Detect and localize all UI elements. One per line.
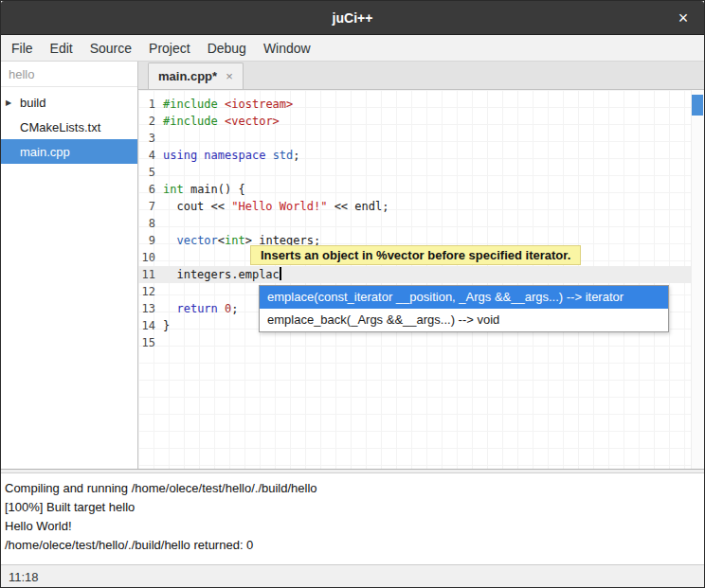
menu-item-debug[interactable]: Debug — [199, 37, 255, 60]
code-token: cout << — [163, 200, 231, 213]
titlebar[interactable]: juCi++ × — [1, 1, 704, 35]
text-cursor — [280, 267, 281, 280]
code-token: int — [163, 183, 184, 196]
doc-tooltip: Inserts an object in %vector before spec… — [250, 245, 581, 265]
code-token: std — [273, 149, 294, 162]
code-token: #include — [163, 115, 218, 128]
window-title: juCi++ — [333, 10, 373, 26]
completion-item-1[interactable]: emplace_back(_Args &&__args...) --> void — [260, 309, 668, 331]
sidebar: hello ▶buildCMakeLists.txtmain.cpp — [1, 62, 138, 469]
code-line-1[interactable]: 1#include <iostream> — [138, 96, 704, 113]
code-token: using — [163, 149, 197, 162]
code-line-4[interactable]: 4using namespace std; — [138, 147, 704, 164]
cursor-position: 11:18 — [9, 570, 39, 584]
code-text: return 0; — [163, 300, 239, 317]
line-number: 10 — [138, 249, 163, 266]
terminal-line: Hello World! — [5, 517, 700, 536]
tree-item-main-cpp[interactable]: main.cpp — [1, 139, 137, 164]
tab-bar: main.cpp* × — [138, 62, 704, 90]
code-token — [218, 302, 225, 315]
project-name: hello — [1, 62, 137, 87]
code-token: <vector> — [225, 115, 280, 128]
code-token: main() { — [184, 183, 245, 196]
tab-main-cpp[interactable]: main.cpp* × — [148, 62, 244, 89]
terminal-line: /home/olece/test/hello/./build/hello ret… — [5, 536, 700, 555]
tree-item-label: main.cpp — [16, 145, 70, 159]
tab-close-icon[interactable]: × — [226, 69, 233, 83]
main-area: hello ▶buildCMakeLists.txtmain.cpp main.… — [1, 62, 704, 469]
code-token — [265, 149, 272, 162]
line-number: 9 — [138, 232, 163, 249]
line-number: 14 — [138, 317, 163, 334]
code-text: } — [163, 317, 170, 334]
completion-popup: emplace(const_iterator __position, _Args… — [259, 285, 669, 332]
code-line-7[interactable]: 7 cout << "Hello World!" << endl; — [138, 198, 704, 215]
line-number: 8 — [138, 215, 163, 232]
code-token: "Hello World!" — [231, 200, 327, 213]
completion-item-0[interactable]: emplace(const_iterator __position, _Args… — [260, 286, 668, 309]
code-line-11[interactable]: 11 integers.emplac — [138, 266, 704, 283]
code-token: } — [163, 319, 170, 332]
line-number: 2 — [138, 113, 163, 130]
code-token: return — [176, 302, 217, 315]
line-number: 1 — [138, 96, 163, 113]
line-number: 6 — [138, 181, 163, 198]
menu-item-window[interactable]: Window — [255, 37, 319, 60]
code-token — [218, 115, 225, 128]
code-line-3[interactable]: 3 — [138, 130, 704, 147]
line-number: 7 — [138, 198, 163, 215]
code-text: cout << "Hello World!" << endl; — [163, 198, 389, 215]
line-number: 12 — [138, 283, 163, 300]
code-token: vector — [176, 234, 217, 247]
code-token — [218, 98, 225, 111]
code-line-15[interactable]: 15 — [138, 334, 704, 351]
code-token: #include — [163, 98, 218, 111]
code-editor[interactable]: 1#include <iostream>2#include <vector>34… — [138, 90, 704, 469]
code-text: integers.emplac — [163, 266, 281, 283]
code-line-6[interactable]: 6int main() { — [138, 181, 704, 198]
code-token: ; — [231, 302, 238, 315]
tree-item-label: build — [16, 96, 45, 110]
code-token — [163, 302, 176, 315]
code-text: int main() { — [163, 181, 245, 198]
menu-item-file[interactable]: File — [3, 37, 42, 60]
terminal-line: Compiling and running /home/olece/test/h… — [5, 479, 700, 498]
editor-pane: main.cpp* × 1#include <iostream>2#includ… — [138, 62, 704, 469]
terminal-output: Compiling and running /home/olece/test/h… — [1, 473, 704, 564]
file-tree[interactable]: ▶buildCMakeLists.txtmain.cpp — [1, 87, 137, 164]
scrollbar-track[interactable] — [691, 90, 704, 469]
tree-item-build[interactable]: ▶build — [1, 90, 137, 115]
scrollbar-thumb[interactable] — [692, 95, 703, 116]
line-number: 3 — [138, 130, 163, 147]
code-text: using namespace std; — [163, 147, 300, 164]
code-line-8[interactable]: 8 — [138, 215, 704, 232]
line-number: 15 — [138, 334, 163, 351]
code-token: int — [225, 234, 245, 247]
terminal-line: [100%] Built target hello — [5, 498, 700, 517]
menu-item-project[interactable]: Project — [140, 37, 199, 60]
tab-label: main.cpp* — [158, 69, 217, 83]
code-token: < — [218, 234, 225, 247]
code-text: #include <iostream> — [163, 96, 293, 113]
tree-item-cmakelists-txt[interactable]: CMakeLists.txt — [1, 115, 137, 139]
code-token — [163, 234, 176, 247]
code-line-5[interactable]: 5 — [138, 164, 704, 181]
code-token: << endl; — [327, 200, 389, 213]
menu-item-source[interactable]: Source — [81, 37, 140, 60]
line-number: 4 — [138, 147, 163, 164]
close-button[interactable]: × — [670, 1, 696, 35]
status-bar: 11:18 — [1, 564, 704, 588]
jucipp-window: juCi++ × FileEditSourceProjectDebugWindo… — [0, 0, 705, 588]
code-line-2[interactable]: 2#include <vector> — [138, 113, 704, 130]
code-token: <iostream> — [225, 98, 293, 111]
tree-item-label: CMakeLists.txt — [16, 120, 100, 134]
menubar: FileEditSourceProjectDebugWindow — [1, 35, 704, 62]
expander-icon[interactable]: ▶ — [1, 98, 16, 107]
code-text: #include <vector> — [163, 113, 280, 130]
code-token: namespace — [204, 149, 265, 162]
menu-item-edit[interactable]: Edit — [42, 37, 81, 60]
line-number: 11 — [138, 266, 163, 283]
line-number: 13 — [138, 300, 163, 317]
code-token: integers.emplac — [163, 268, 280, 281]
line-number: 5 — [138, 164, 163, 181]
